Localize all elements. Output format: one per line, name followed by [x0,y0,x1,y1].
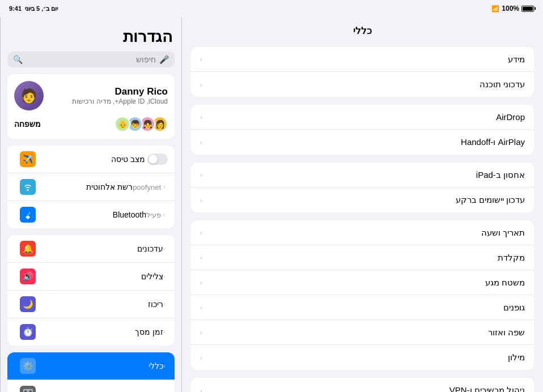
lp-row-software-update[interactable]: עדכוני תוכנה ‹ [191,72,534,97]
chevron-icon: ‹ [200,138,202,147]
profile-subtitle: Apple ID ,iCloud+, מדיה ורכישות [72,97,168,105]
lp-group-4: תאריך ושעה ‹ מקלדת ‹ משטח מגע ‹ גופנים ‹… [191,220,534,370]
chevron-icon: ‹ [200,253,202,262]
control-center-icon: 🎛️ [20,386,36,392]
lp-row-storage[interactable]: אחסון ב-iPad ‹ [191,163,534,188]
chevron-icon: ‹ [200,303,202,312]
lp-group-3: אחסון ב-iPad ‹ עדכון יישומים ברקע ‹ [191,163,534,212]
lp-row-datetime[interactable]: תאריך ושעה ‹ [191,220,534,245]
lp-group-5: ניהול מכשירים ו-VPN ‹ [191,378,534,392]
search-icon: 🔍 [13,55,23,64]
chevron-icon: › [163,183,166,191]
search-bar[interactable]: 🎤 🔍 [7,52,175,67]
lp-group-2: AirDrop ‹ AirPlay ו-Handoff ‹ [191,105,534,155]
lp-row-vpn[interactable]: ניהול מכשירים ו-VPN ‹ [191,378,534,392]
chevron-icon: ‹ [200,328,202,336]
chevron-icon: ‹ [200,113,202,121]
chevron-icon: ‹ [200,353,202,362]
left-panel: כללי מידע ‹ עדכוני תוכנה ‹ AirDrop ‹ Air… [182,17,544,392]
settings-row-notifications[interactable]: › עדכונים 🔔 [7,235,175,263]
chevron-icon: ‹ [200,278,202,287]
chevron-icon: › [163,245,166,253]
chevron-icon: › [163,300,166,308]
profile-name: Danny Rico [72,86,168,97]
family-label: משפחה [14,120,41,129]
chevron-icon: ‹ [200,228,202,237]
settings-row-control-center[interactable]: › מרכז הבקרה 🎛️ [7,380,175,392]
bottom-settings-group: › כללי ⚙️ › מרכז הבקרה 🎛️ [7,352,175,392]
chevron-icon: ‹ [200,386,202,393]
profile-card[interactable]: Danny Rico Apple ID ,iCloud+, מדיה ורכיש… [7,74,175,139]
main-container: כללי מידע ‹ עדכוני תוכנה ‹ AirDrop ‹ Air… [0,17,543,392]
notifications-icon: 🔔 [20,241,36,257]
lp-row-trackpad[interactable]: משטח מגע ‹ [191,270,534,295]
app-settings-group: › עדכונים 🔔 › צלילים 🔊 › ריכוז 🌙 › זמן מ… [7,235,175,346]
settings-row-wifi[interactable]: › poofynet רשת אלחוטית [7,173,175,201]
chevron-icon: ‹ [200,196,202,204]
panel-divider [181,17,182,392]
lp-row-airplay[interactable]: AirPlay ו-Handoff ‹ [191,130,534,155]
quick-settings-group: מצב טיסה ✈️ › poofynet רשת אלחוטית › פעי… [7,146,175,228]
chevron-icon: › [163,328,166,336]
battery-icon [521,6,534,12]
family-avatars: 👩 👧 👦 👴 [118,116,168,132]
right-panel: הגדרות 🎤 🔍 Danny Rico Apple ID ,iCloud+,… [0,17,181,392]
lp-row-airdrop[interactable]: AirDrop ‹ [191,105,534,130]
battery-percentage: 100% [502,5,519,12]
bluetooth-icon [20,207,36,223]
settings-row-general[interactable]: › כללי ⚙️ [7,352,175,380]
chevron-icon: › [163,211,166,219]
status-right: יום ב׳, 5 ביוני 9:41 [9,5,58,12]
lp-group-1: מידע ‹ עדכוני תוכנה ‹ [191,47,534,97]
settings-row-sounds[interactable]: › צלילים 🔊 [7,263,175,291]
avatar: 🧑 [14,81,44,110]
focus-icon: 🌙 [20,296,36,312]
chevron-icon: › [163,390,166,392]
search-input[interactable] [26,55,156,64]
lp-row-dictionary[interactable]: מילון ‹ [191,345,534,370]
lp-row-bg-update[interactable]: עדכון יישומים ברקע ‹ [191,188,534,212]
lp-row-fonts[interactable]: גופנים ‹ [191,295,534,320]
airplane-icon: ✈️ [20,151,36,167]
settings-row-focus[interactable]: › ריכוז 🌙 [7,291,175,318]
chevron-icon: ‹ [200,171,202,179]
right-panel-title: הגדרות [1,23,181,52]
screentime-icon: ⏱️ [20,324,36,340]
general-icon: ⚙️ [20,358,36,374]
chevron-icon: › [163,272,166,280]
chevron-icon: › [163,362,166,370]
profile-info: Danny Rico Apple ID ,iCloud+, מדיה ורכיש… [72,86,168,105]
wifi-icon [20,179,36,195]
wifi-status-icon: 📶 [491,5,499,12]
settings-row-airplane[interactable]: מצב טיסה ✈️ [7,146,175,173]
mic-icon[interactable]: 🎤 [159,55,169,64]
family-section[interactable]: 👩 👧 👦 👴 משפחה [14,116,168,132]
settings-row-screentime[interactable]: › זמן מסך ⏱️ [7,318,175,346]
lp-row-info[interactable]: מידע ‹ [191,47,534,72]
airplane-toggle[interactable] [147,154,168,165]
left-panel-title: כללי [191,23,534,39]
status-left: 100% 📶 [491,5,534,12]
lp-row-language[interactable]: שפה ואזור ‹ [191,320,534,345]
status-date: יום ב׳, 5 ביוני [25,5,58,12]
status-bar: 100% 📶 יום ב׳, 5 ביוני 9:41 [0,0,543,17]
family-avatar-4: 👴 [114,116,130,132]
sounds-icon: 🔊 [20,269,36,284]
lp-row-keyboard[interactable]: מקלדת ‹ [191,245,534,270]
chevron-icon: ‹ [200,80,202,89]
settings-row-bluetooth[interactable]: › פעיל Bluetooth [7,201,175,228]
status-time: 9:41 [9,5,22,12]
chevron-icon: ‹ [200,55,202,63]
